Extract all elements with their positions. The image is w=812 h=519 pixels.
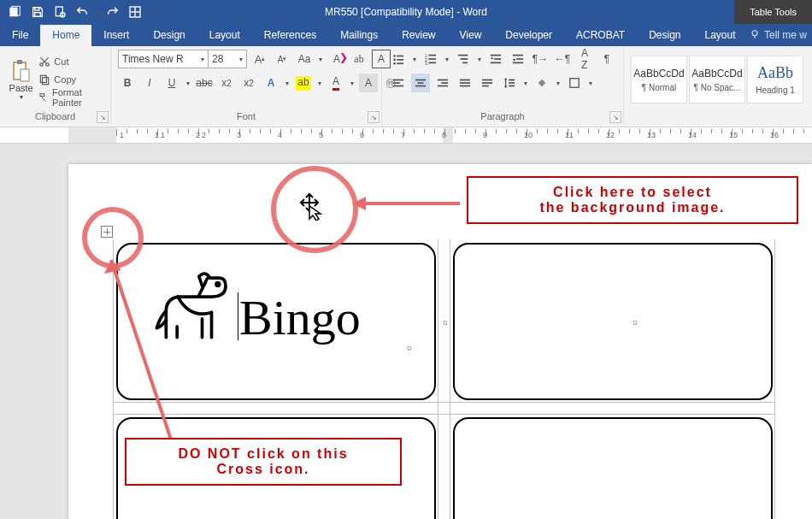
undo-icon[interactable] [72,2,92,22]
tab-file[interactable]: File [0,25,40,46]
borders-icon[interactable] [565,74,584,92]
svg-rect-20 [40,94,44,97]
svg-rect-37 [494,58,501,60]
clipboard-dialog-launcher-icon[interactable]: ↘ [97,111,109,123]
svg-point-23 [393,59,396,62]
tab-acrobat[interactable]: ACROBAT [564,25,637,46]
font-size-combo[interactable]: 28▾ [209,50,247,68]
svg-rect-35 [462,62,468,64]
clear-formatting-icon[interactable]: A❯ [327,50,346,68]
tab-review[interactable]: Review [390,25,447,46]
svg-rect-42 [513,62,523,64]
shading-icon[interactable] [533,74,551,92]
distributed-icon[interactable] [478,74,497,92]
strikethrough-icon[interactable]: abc [195,74,214,92]
show-hide-icon[interactable]: ¶ [597,50,616,68]
word-app-icon[interactable] [5,2,26,22]
font-color-icon[interactable]: A [327,74,345,92]
svg-text:3: 3 [425,61,427,65]
tab-layout[interactable]: Layout [197,25,252,46]
tab-references[interactable]: References [252,25,328,46]
undo-dropdown-icon[interactable]: ▾ [94,3,101,21]
svg-rect-54 [460,82,470,84]
tab-view[interactable]: View [448,25,494,46]
label-cell-2[interactable] [453,243,773,400]
align-center-icon[interactable] [411,74,430,92]
underline-icon[interactable]: U [162,74,181,92]
italic-icon[interactable]: I [140,74,159,92]
save-icon[interactable] [27,2,48,22]
shrink-font-icon[interactable]: A▾ [273,50,291,68]
paste-button[interactable]: Paste ▾ [7,59,35,101]
svg-rect-12 [17,60,22,64]
numbering-icon[interactable]: 123 [421,50,440,68]
svg-rect-34 [461,58,468,60]
rtl-icon[interactable]: ←¶ [553,50,572,68]
align-left-icon[interactable] [389,74,408,92]
copy-button[interactable]: Copy [38,72,103,87]
svg-rect-41 [516,58,523,60]
tab-insert[interactable]: Insert [91,25,141,46]
label-cell-4[interactable] [453,417,773,519]
line-spacing-icon[interactable] [500,74,519,92]
svg-rect-24 [397,59,403,61]
tab-table-layout[interactable]: Layout [693,25,748,46]
svg-marker-70 [104,260,121,274]
page[interactable]: ¤ ¤ ¤ Bingo [68,164,812,519]
tab-developer[interactable]: Developer [493,25,564,46]
cut-button[interactable]: Cut [38,54,103,69]
decrease-indent-icon[interactable] [486,50,505,68]
style-normal[interactable]: AaBbCcDd¶ Normal [631,56,687,103]
paragraph-dialog-launcher-icon[interactable]: ↘ [609,111,621,123]
window-title: MR550 [Compatibility Mode] - Word [325,6,487,18]
format-painter-button[interactable]: Format Painter [38,90,103,105]
document-canvas[interactable]: ¤ ¤ ¤ Bingo [0,144,812,519]
annotation-callout-top: Click here to select the background imag… [467,176,798,224]
text-effects-icon[interactable]: A [262,74,280,92]
increase-indent-icon[interactable] [509,50,527,68]
paragraph-mark-icon: ¤ [443,318,448,327]
svg-rect-49 [415,86,426,87]
grow-font-icon[interactable]: A▴ [250,50,269,68]
horizontal-ruler[interactable]: 1 1 2 12345678910111213141516171819 [0,127,812,144]
style-heading1[interactable]: AaBbHeading 1 [747,56,803,103]
align-right-icon[interactable] [433,74,452,92]
annotation-arrow-top [366,202,460,205]
print-preview-icon[interactable] [50,2,70,22]
svg-rect-19 [43,78,49,85]
svg-point-25 [393,62,396,65]
redo-icon[interactable] [103,2,123,22]
bold-icon[interactable]: B [118,74,137,92]
superscript-icon[interactable]: x2 [239,74,258,92]
justify-icon[interactable] [456,74,474,92]
table-icon[interactable] [125,2,145,22]
svg-rect-58 [482,86,489,87]
qat-customize-icon[interactable]: ▾ [147,3,154,21]
group-paragraph: ▾ 123▾ ▾ ¶→ ←¶ AZ ¶ ▾ ▾ ▾ Paragraph [382,46,624,125]
change-case-icon[interactable]: Aa [295,50,314,68]
subscript-icon[interactable]: x2 [217,74,236,92]
phonetic-guide-icon[interactable]: ab [350,50,368,68]
highlight-icon[interactable]: ab [294,74,313,92]
font-dialog-launcher-icon[interactable]: ↘ [368,111,380,123]
svg-marker-39 [491,56,494,59]
character-shading-icon[interactable]: A [359,74,378,92]
style-no-spacing[interactable]: AaBbCcDd¶ No Spac... [689,56,745,103]
tab-design[interactable]: Design [141,25,197,46]
label-text[interactable]: Bingo [239,289,361,346]
annotation-callout-bottom: DO NOT click on this Cross icon. [125,438,402,486]
svg-rect-45 [393,82,400,84]
bullets-icon[interactable] [389,50,408,68]
svg-rect-51 [441,82,448,84]
tell-me-search[interactable]: Tell me w [749,24,807,46]
tab-table-design[interactable]: Design [637,25,692,46]
tab-mailings[interactable]: Mailings [328,25,390,46]
ltr-icon[interactable]: ¶→ [531,50,550,68]
sort-icon[interactable]: AZ [575,50,594,68]
font-name-combo[interactable]: Times New R▾ [118,50,209,68]
tab-home[interactable]: Home [40,25,91,46]
svg-rect-36 [491,55,501,56]
svg-rect-46 [393,86,403,87]
multilevel-list-icon[interactable] [454,50,473,68]
svg-rect-3 [35,13,41,17]
